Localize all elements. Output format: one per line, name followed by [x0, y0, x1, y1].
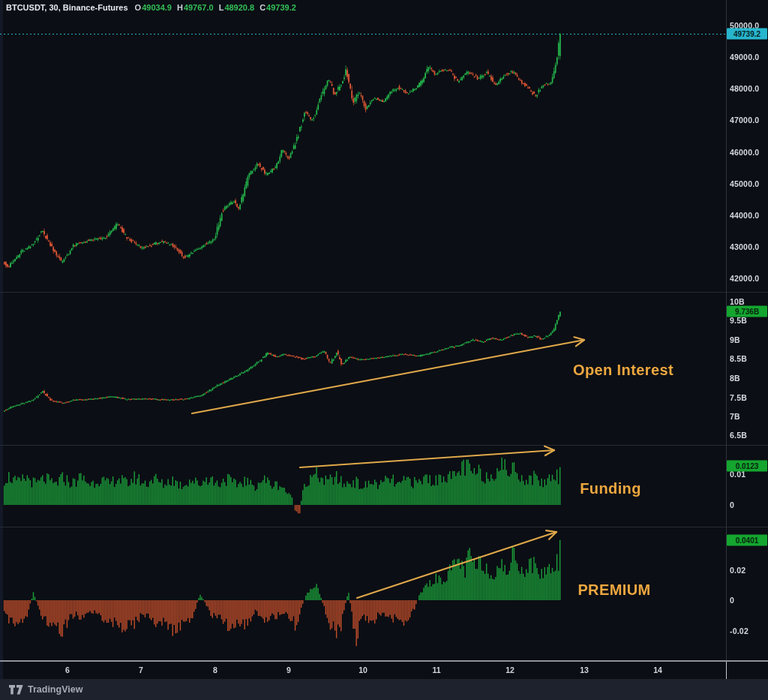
axis-tick-label: 8.5B [730, 354, 747, 363]
axis-tick-label: 47000.0 [730, 116, 759, 125]
ohlc-pair: O49034.9 [135, 3, 172, 12]
time-tick-label: 9 [286, 665, 291, 674]
ohlc-pair: L48920.8 [219, 3, 255, 12]
axis-tick-label: 44000.0 [730, 211, 759, 220]
tradingview-brand-text: TradingView [28, 684, 82, 695]
value-badge: 0.0401 [727, 535, 767, 546]
annotation-label[interactable]: PREMIUM [578, 581, 650, 599]
tradingview-link[interactable]: TradingView [9, 684, 82, 695]
axis-tick-label: 46000.0 [730, 148, 759, 157]
axis-tick-label: 0 [730, 500, 734, 509]
annotation-label[interactable]: Funding [580, 480, 641, 497]
axis-tick-label: 7B [730, 412, 740, 421]
time-tick-label: 13 [580, 665, 589, 674]
symbol-title[interactable]: BTCUSDT, 30, Binance-Futures [6, 3, 128, 12]
axis-tick-label: 6.5B [730, 431, 747, 440]
axis-tick-label: 8B [730, 374, 740, 383]
axis-tick-label: 48000.0 [730, 84, 759, 93]
ohlc-value: 49034.9 [142, 3, 172, 12]
time-tick-label: 12 [506, 665, 514, 674]
axis-tick-label: 7.5B [730, 393, 747, 402]
ohlc-letter: L [219, 3, 224, 12]
axis-tick-label: 49000.0 [730, 53, 759, 62]
axis-tick-label: 10B [730, 297, 745, 306]
axis-tick-label: 45000.0 [730, 179, 759, 188]
time-tick-label: 6 [65, 665, 70, 674]
ohlc-value: 48920.8 [224, 3, 254, 12]
axis-tick-label: 42000.0 [730, 274, 759, 283]
time-tick-label: 10 [358, 665, 368, 674]
axis-tick-label: 0.02 [730, 566, 746, 575]
ohlc-values: O49034.9H49767.0L48920.8C49739.2 [135, 3, 296, 12]
axis-tick-label: 0 [730, 596, 734, 605]
ohlc-letter: O [135, 3, 142, 12]
axis-tick-label: 43000.0 [730, 242, 759, 251]
price-pane[interactable] [0, 11, 726, 292]
time-tick-label: 11 [432, 665, 440, 674]
symbol-legend[interactable]: BTCUSDT, 30, Binance-Futures O49034.9H49… [6, 3, 296, 12]
value-badge: 9.736B [727, 306, 767, 317]
time-tick-label: 14 [653, 665, 662, 674]
tradingview-chart-window: BTCUSDT, 30, Binance-Futures O49034.9H49… [0, 0, 768, 700]
value-badge: 0.0123 [727, 461, 767, 472]
value-badge: 49739.2 [727, 29, 767, 40]
time-tick-label: 8 [213, 665, 218, 674]
bottom-toolbar: TradingView [0, 679, 768, 700]
time-tick-label: 7 [139, 665, 143, 674]
axis-tick-label: 9B [730, 335, 740, 344]
ohlc-pair: H49767.0 [177, 3, 214, 12]
axis-tick-label: 9.5B [730, 316, 747, 325]
annotation-label[interactable]: Open Interest [573, 362, 674, 379]
axis-tick-label: -0.02 [730, 626, 748, 635]
ohlc-value: 49739.2 [266, 3, 296, 12]
ohlc-letter: C [260, 3, 266, 12]
ohlc-letter: H [177, 3, 183, 12]
ohlc-value: 49767.0 [184, 3, 214, 12]
ohlc-pair: C49739.2 [260, 3, 296, 12]
tradingview-logo-icon [9, 685, 23, 695]
